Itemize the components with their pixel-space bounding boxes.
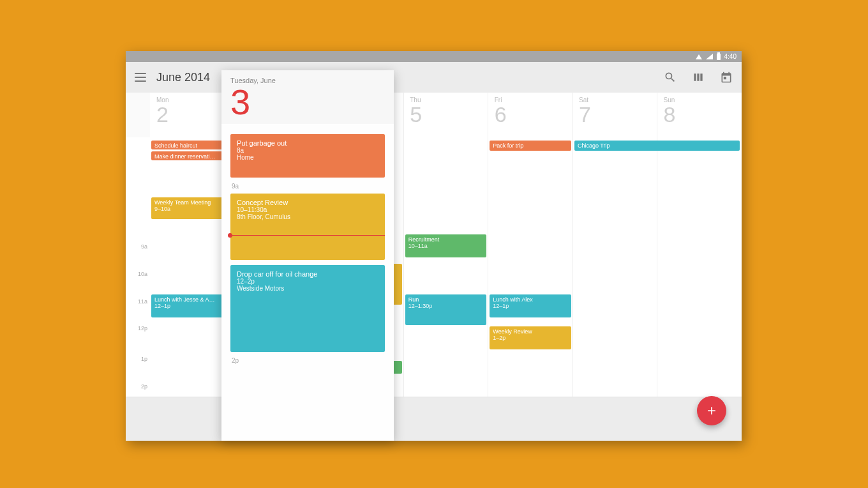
event-title: Weekly Review [493,328,568,335]
event-location: Home [237,154,378,161]
calendar-event[interactable]: Recruitment10–11a [405,234,487,257]
day-card-timestamp: 9a [232,183,385,190]
calendar-event[interactable]: Make dinner reservati… [151,151,233,160]
today-icon[interactable] [720,71,733,84]
day-column[interactable]: Pack for tripLunch with Alex12–1pWeekly … [488,93,573,441]
event-subtitle: 12–1p [154,303,230,309]
cell-signal-icon [706,54,713,59]
day-column[interactable]: Chicago Trip [573,93,658,441]
event-title: Lunch with Jesse & A… [154,296,230,303]
event-title: Drop car off for oil change [237,270,378,278]
selected-day-subtitle: Tuesday, June [230,77,385,84]
calendar-event[interactable]: Run12–1:30p [405,294,487,325]
event-time: 12–2p [237,278,378,285]
event-title: Run [408,296,484,303]
current-time-indicator [230,235,385,236]
event-subtitle: 1–2p [493,335,568,341]
selected-day-header: Tuesday, June 3 [221,70,394,124]
event-subtitle: 12–1p [493,303,568,309]
calendar-event[interactable]: Schedule haircut [151,141,233,149]
time-label: 12p [138,325,147,332]
event-title: Weekly Team Meeting [154,199,230,206]
event-title: Concept Review [237,199,378,206]
day-card-event[interactable]: Put garbage out8aHome [230,134,385,178]
event-title: Recruitment [408,236,484,243]
calendar-event[interactable]: Weekly Team Meeting9–10a [151,197,233,219]
time-label: 11a [138,298,147,305]
search-icon[interactable] [664,71,677,84]
day-column[interactable]: Recruitment10–11aRun12–1:30p [404,93,489,441]
event-title: Pack for trip [493,142,568,149]
event-subtitle: 10–11a [408,243,484,249]
calendar-event[interactable]: Pack for trip [490,141,571,151]
calendar-event[interactable]: Lunch with Alex12–1p [490,294,571,317]
time-label: 10a [138,271,147,277]
app-title[interactable]: June 2014 [156,71,210,84]
event-subtitle: 9–10a [154,206,230,212]
time-label: 9a [141,243,147,250]
event-location: 8th Floor, Cumulus [237,213,378,220]
status-time: 4:40 [724,53,737,60]
wifi-icon [696,54,702,59]
selected-day-body: Put garbage out8aHome9aConcept Review10–… [230,134,385,441]
event-title: Schedule haircut [154,142,230,149]
day-column[interactable] [657,93,742,441]
time-label: 2p [141,383,147,390]
selected-day-number: 3 [230,84,385,120]
calendar-event[interactable]: Weekly Review1–2p [490,326,571,349]
menu-icon[interactable] [135,73,146,82]
bottom-bar [126,397,742,441]
battery-icon [717,54,721,60]
plus-icon [705,404,718,417]
time-label: 1p [141,356,147,362]
status-bar: 4:40 [126,51,742,62]
view-columns-icon[interactable] [692,71,705,84]
event-time: 8a [237,147,378,154]
time-axis: 9a10a11a12p1p2p [126,137,151,441]
event-title: Put garbage out [237,139,378,147]
event-title: Make dinner reservati… [154,153,230,160]
event-subtitle: 12–1:30p [408,303,484,309]
day-card-event[interactable]: Drop car off for oil change12–2pWestside… [230,265,385,352]
event-time: 10–11:30a [237,206,378,213]
add-event-fab[interactable] [697,396,726,425]
calendar-event[interactable]: Lunch with Jesse & A…12–1p [151,294,233,317]
event-location: Westside Motors [237,285,378,292]
selected-day-card: Tuesday, June 3 Put garbage out8aHome9aC… [221,70,394,441]
day-card-event[interactable]: Concept Review10–11:30a8th Floor, Cumulu… [230,194,385,260]
day-card-timestamp: 2p [232,357,385,364]
app-bar: June 2014 [126,62,742,93]
tablet-frame: 4:40 June 2014 Mon2Tue3Wed4Thu5Fri6Sat7S… [126,51,742,441]
event-title: Lunch with Alex [493,296,568,303]
